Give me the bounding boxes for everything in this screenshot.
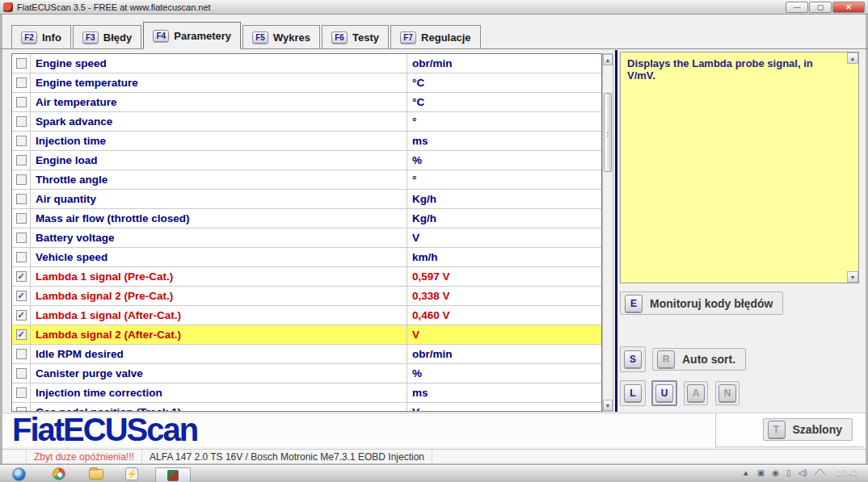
parameter-value: V — [407, 325, 601, 344]
title-bar[interactable]: FiatECUScan 3.5 - FREE at www.fiatecusca… — [0, 0, 868, 15]
network-icon[interactable]: ⟋⟍ — [814, 467, 825, 477]
parameter-name: Gas pedal position (Track 1) — [31, 403, 407, 412]
l-button[interactable]: L — [620, 380, 646, 406]
display-icon[interactable]: ▣ — [757, 468, 765, 477]
table-row[interactable]: ✓ Lambda signal 2 (After-Cat.) V — [12, 325, 601, 345]
status-bar: Zbyt duze opóźnienia!!! ALFA 147 2.0 TS … — [2, 449, 866, 464]
n-button[interactable]: N — [715, 381, 739, 405]
tab-parametery[interactable]: F4 Parametery — [143, 22, 241, 49]
parameter-value: Kg/h — [407, 209, 601, 228]
templates-button[interactable]: T Szablony — [763, 418, 853, 441]
parameter-name: Spark advance — [31, 112, 407, 131]
row-checkbox[interactable] — [16, 136, 27, 146]
row-checkbox[interactable] — [16, 349, 27, 359]
row-checkbox[interactable] — [16, 194, 27, 204]
parameter-name: Idle RPM desired — [31, 345, 407, 363]
u-button[interactable]: U — [651, 380, 677, 406]
taskbar-explorer[interactable] — [82, 467, 110, 482]
tab-wykres[interactable]: F5 Wykres — [242, 25, 320, 48]
row-checkbox[interactable] — [16, 78, 27, 88]
table-row[interactable]: Air temperature °C — [12, 93, 601, 112]
table-row[interactable]: Engine speed obr/min — [12, 54, 601, 73]
table-row[interactable]: Throttle angle ° — [12, 170, 601, 190]
row-checkbox[interactable] — [16, 213, 27, 224]
parameter-value: °C — [407, 73, 601, 92]
taskbar-winamp[interactable]: ⚡ — [118, 467, 145, 482]
r-key-badge: R — [657, 350, 675, 368]
row-checkbox[interactable]: ✓ — [16, 291, 27, 301]
parameter-name: Throttle angle — [31, 170, 407, 189]
tab-info[interactable]: F2 Info — [11, 25, 71, 48]
table-row[interactable]: Battery voltage V — [12, 228, 601, 248]
table-row[interactable]: ✓ Lambda signal 2 (Pre-Cat.) 0,338 V — [12, 287, 601, 306]
f4-key-badge: F4 — [153, 30, 169, 42]
table-row[interactable]: Gas pedal position (Track 1) V — [12, 403, 601, 412]
taskbar-fiatecuscan-active[interactable] — [155, 467, 191, 482]
u-key-badge: U — [655, 384, 673, 402]
row-checkbox[interactable]: ✓ — [16, 329, 27, 340]
table-row[interactable]: Vehicle speed km/h — [12, 248, 601, 267]
auto-sort-button[interactable]: R Auto sort. — [652, 348, 746, 371]
l-key-badge: L — [624, 384, 642, 402]
row-checkbox[interactable]: ✓ — [16, 271, 27, 282]
table-row[interactable]: Engine load % — [12, 151, 601, 170]
scroll-up-icon[interactable]: ▲ — [603, 54, 613, 65]
close-button[interactable]: ✕ — [832, 2, 865, 13]
row-checkbox[interactable] — [16, 252, 27, 262]
table-scrollbar[interactable]: ▲ ▼ — [602, 53, 613, 412]
update-icon[interactable]: ◉ — [772, 468, 779, 477]
parameter-name: Lambda signal 2 (Pre-Cat.) — [31, 287, 407, 305]
row-checkbox[interactable] — [16, 388, 27, 398]
taskbar-chrome[interactable] — [45, 467, 73, 482]
parameter-value: V — [407, 228, 601, 247]
table-row[interactable]: Injection time ms — [12, 132, 601, 151]
table-row[interactable]: ✓ Lambda 1 signal (After-Cat.) 0,460 V — [12, 306, 601, 325]
row-checkbox[interactable] — [16, 174, 27, 185]
t-key-badge: T — [768, 421, 786, 438]
tab-regulacje[interactable]: F7 Regulacje — [390, 25, 480, 48]
row-checkbox[interactable] — [16, 368, 27, 379]
scroll-down-icon[interactable]: ▼ — [603, 400, 613, 411]
e-key-badge: E — [625, 295, 643, 312]
table-row[interactable]: Mass air flow (throttle closed) Kg/h — [12, 209, 601, 228]
parameter-value: obr/min — [407, 345, 601, 363]
parameter-value: obr/min — [407, 54, 601, 73]
table-row[interactable]: Air quantity Kg/h — [12, 190, 601, 209]
tab-testy[interactable]: F6 Testy — [322, 25, 389, 48]
parameter-name: Mass air flow (throttle closed) — [31, 209, 407, 228]
sort-button[interactable]: S — [620, 346, 646, 372]
monitor-error-codes-button[interactable]: E Monitoruj kody błędów — [620, 291, 783, 315]
row-checkbox[interactable] — [16, 233, 27, 243]
row-checkbox[interactable] — [16, 58, 27, 69]
f6-key-badge: F6 — [331, 31, 348, 44]
scroll-up-icon[interactable]: ▲ — [847, 52, 858, 64]
help-scrollbar[interactable]: ▲ ▼ — [847, 52, 858, 283]
table-row[interactable]: Idle RPM desired obr/min — [12, 345, 601, 364]
maximize-button[interactable]: ▢ — [809, 2, 832, 13]
hidden-icons-chevron-icon[interactable]: ▲ — [742, 468, 750, 477]
row-checkbox[interactable] — [16, 155, 27, 166]
table-row[interactable]: Engine temperature °C — [12, 73, 601, 93]
row-checkbox[interactable] — [16, 97, 27, 107]
table-row[interactable]: ✓ Lambda 1 signal (Pre-Cat.) 0,597 V — [12, 267, 601, 287]
lightning-icon: ⚡ — [125, 467, 138, 480]
scrollbar-thumb[interactable] — [604, 93, 612, 172]
s-key-badge: S — [624, 350, 642, 368]
tab-bledy[interactable]: F3 Błędy — [73, 25, 141, 48]
volume-icon[interactable]: ◁) — [798, 468, 807, 477]
taskbar-clock[interactable]: 16:43 — [832, 467, 858, 477]
parameter-name: Air temperature — [31, 93, 407, 111]
parameter-name: Engine load — [31, 151, 407, 170]
parameter-name: Lambda 1 signal (After-Cat.) — [31, 306, 407, 325]
f5-key-badge: F5 — [252, 31, 268, 44]
table-row[interactable]: Injection time correction ms — [12, 384, 601, 403]
power-icon[interactable]: ▯ — [786, 468, 791, 477]
start-button[interactable] — [5, 467, 32, 482]
a-button[interactable]: A — [684, 381, 708, 405]
table-row[interactable]: Canister purge valve % — [12, 364, 601, 384]
table-row[interactable]: Spark advance ° — [12, 112, 601, 132]
row-checkbox[interactable]: ✓ — [16, 310, 27, 321]
minimize-button[interactable]: — — [786, 2, 808, 13]
row-checkbox[interactable] — [16, 116, 27, 127]
scroll-down-icon[interactable]: ▼ — [847, 271, 858, 283]
